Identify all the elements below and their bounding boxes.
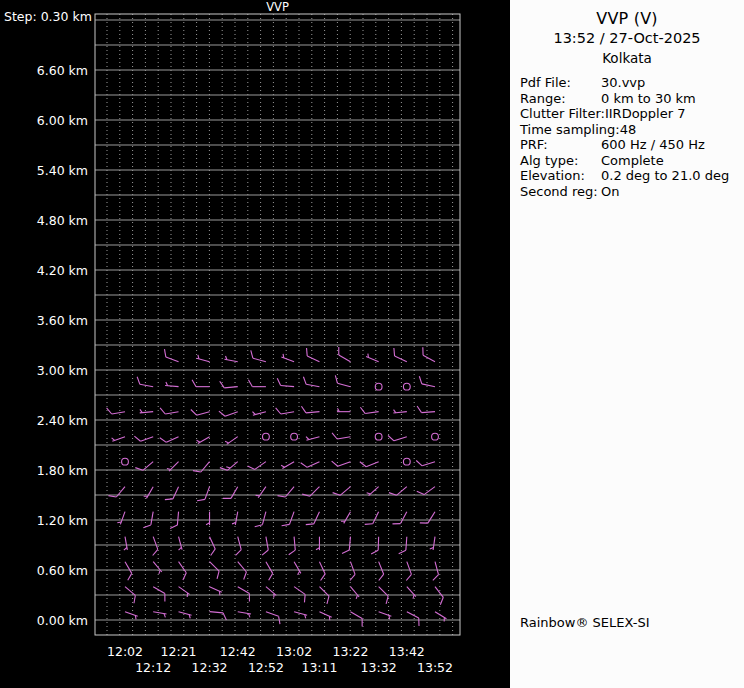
barb-half <box>283 354 284 358</box>
wind-barb <box>337 408 351 411</box>
field-row: Time sampling:48 <box>520 122 742 138</box>
barb-full <box>276 408 281 414</box>
barb-staff <box>143 462 153 471</box>
panel-title: VVP (V) <box>510 9 744 28</box>
wind-barb <box>291 433 298 440</box>
wind-barb <box>332 461 351 466</box>
barb-full <box>137 377 140 385</box>
wind-barb <box>210 587 222 596</box>
barb-staff <box>435 562 438 575</box>
barb-half <box>356 595 357 599</box>
barb-staff <box>179 562 187 573</box>
barb-staff <box>140 384 153 386</box>
barb-full <box>277 378 280 385</box>
field-value: 0.2 deg to 21.0 deg <box>601 168 729 184</box>
wind-barb <box>179 612 192 619</box>
barb-half <box>124 547 127 550</box>
barb-staff <box>423 355 435 361</box>
barb-staff <box>337 383 350 386</box>
barb-staff <box>294 587 305 595</box>
y-tick-label: 0.00 km <box>37 613 88 628</box>
wind-barb <box>164 349 178 361</box>
barb-staff <box>227 462 237 471</box>
barb-staff <box>151 512 153 525</box>
barb-staff <box>281 412 294 414</box>
barb-staff <box>340 487 350 496</box>
barb-staff <box>224 387 237 388</box>
barb-half <box>306 437 309 440</box>
calm-circle <box>432 433 439 440</box>
x-tick-label: 13:32 <box>361 660 397 675</box>
barb-staff <box>337 437 350 439</box>
barb-staff <box>165 412 178 414</box>
field-value: 600 Hz / 450 Hz <box>601 137 705 153</box>
wind-barb <box>366 354 379 362</box>
axes <box>95 14 460 635</box>
wind-barb <box>256 487 266 498</box>
wind-barb <box>339 347 351 362</box>
barb-staff <box>366 462 379 467</box>
barb-staff <box>373 512 379 524</box>
wind-barb <box>350 587 359 599</box>
barb-staff <box>350 612 362 619</box>
y-tick-label: 1.20 km <box>37 513 88 528</box>
barb-staff <box>153 537 158 550</box>
barb-staff <box>306 384 319 386</box>
field-row: Second reg:On <box>520 184 742 200</box>
barb-full <box>128 573 132 580</box>
barb-staff <box>197 412 210 415</box>
wind-barb <box>432 433 439 440</box>
grid-lines <box>95 14 460 635</box>
wind-barb <box>125 562 132 581</box>
barb-full <box>134 595 135 603</box>
wind-barb <box>266 562 273 581</box>
barb-full <box>433 575 439 581</box>
barb-staff <box>140 437 153 442</box>
wind-barb <box>379 612 392 620</box>
field-label: PRF: <box>520 137 601 153</box>
wind-barb <box>238 562 247 580</box>
barb-staff <box>125 587 135 596</box>
field-label: Elevation: <box>520 168 601 184</box>
wind-barb <box>160 408 178 414</box>
barb-full <box>255 525 263 527</box>
barb-half <box>135 615 136 619</box>
wind-barb <box>388 435 407 440</box>
barb-full <box>211 549 216 556</box>
brand-footer: Rainbow® SELEX-SI <box>520 615 650 630</box>
barb-full <box>416 460 422 465</box>
barb-half <box>197 440 200 442</box>
wind-barb <box>350 562 355 581</box>
barb-full <box>236 550 242 556</box>
x-tick-label: 12:02 <box>107 644 143 659</box>
wind-barb <box>160 437 179 443</box>
barb-staff <box>400 512 406 524</box>
wind-barb <box>238 612 251 618</box>
y-tick-label: 3.00 km <box>37 363 88 378</box>
barb-staff <box>125 562 132 574</box>
barb-staff <box>210 612 223 613</box>
wind-barb <box>252 412 265 415</box>
wind-barb <box>430 537 435 550</box>
wind-barb <box>179 562 187 580</box>
barb-staff <box>166 437 178 443</box>
wind-barb <box>332 433 350 439</box>
field-value: 48 <box>620 122 637 138</box>
wind-barb <box>251 350 266 361</box>
wind-barb <box>112 437 125 442</box>
barb-full <box>217 571 219 579</box>
barb-full <box>440 597 443 604</box>
wind-barb <box>122 458 129 465</box>
wind-barb <box>281 462 294 469</box>
wind-barb <box>407 587 416 599</box>
field-row: PRF:600 Hz / 450 Hz <box>520 137 742 153</box>
barb-staff <box>112 412 125 414</box>
barb-staff <box>422 462 435 466</box>
field-row: Alg type:Complete <box>520 153 742 169</box>
wind-barb <box>301 406 319 413</box>
wind-barb <box>248 380 266 387</box>
panel-station: Kolkata <box>510 50 744 66</box>
barb-staff <box>266 537 268 550</box>
barb-staff <box>435 587 443 598</box>
barb-full <box>160 438 167 443</box>
